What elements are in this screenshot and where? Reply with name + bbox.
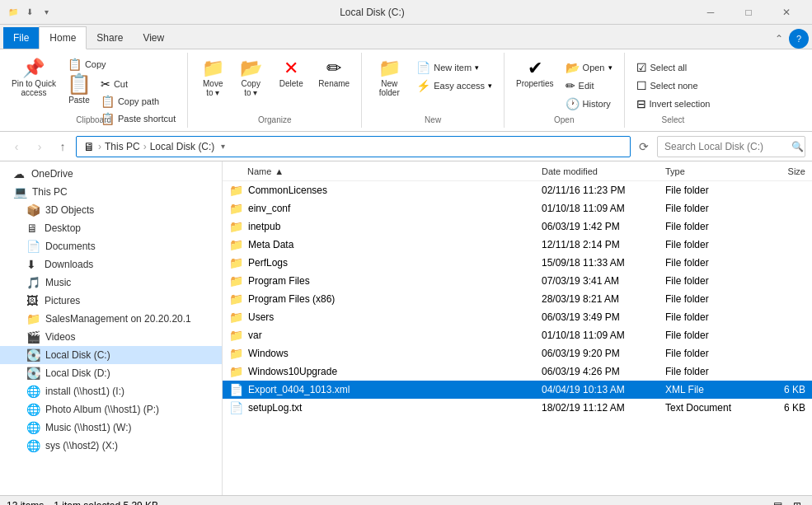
sidebar-item-9[interactable]: 🎬Videos — [0, 328, 222, 346]
maximize-button[interactable]: □ — [730, 0, 767, 25]
quick-access-icon: ⬇ — [23, 6, 36, 19]
sidebar: ☁OneDrive💻This PC📦3D Objects🖥Desktop📄Doc… — [0, 161, 223, 495]
back-button[interactable]: ‹ — [7, 137, 26, 157]
copy-path-icon: 📋 — [101, 95, 115, 108]
select-all-button[interactable]: ☑ Select all — [631, 59, 716, 76]
minimize-button[interactable]: ─ — [692, 0, 730, 25]
sidebar-item-label-7: Pictures — [45, 295, 80, 306]
copy-label: Copy — [85, 59, 106, 69]
file-name-7: Users — [248, 311, 542, 323]
paste-button[interactable]: 📋 Paste — [63, 74, 96, 105]
refresh-button[interactable]: ⟳ — [634, 137, 654, 157]
select-none-icon: ☐ — [636, 79, 647, 92]
file-row-6[interactable]: 📁 Program Files (x86) 28/03/19 8:21 AM F… — [223, 290, 812, 308]
history-button[interactable]: 🕐 History — [561, 96, 617, 112]
file-row-4[interactable]: 📁 PerfLogs 15/09/18 11:33 AM File folder — [223, 254, 812, 272]
new-item-button[interactable]: 📄 New item ▾ — [411, 59, 497, 76]
sidebar-item-label-2: 3D Objects — [45, 204, 94, 216]
copy-path-label: Copy path — [118, 96, 159, 106]
delete-button[interactable]: ✕ Delete — [270, 56, 312, 91]
file-row-2[interactable]: 📁 inetpub 06/03/19 1:42 PM File folder — [223, 217, 812, 236]
column-type[interactable]: Type — [665, 166, 756, 176]
dropdown-icon[interactable]: ▾ — [40, 6, 53, 19]
ribbon-collapse-button[interactable]: ⌃ — [769, 29, 789, 49]
copy-button[interactable]: 📋 Copy — [63, 56, 181, 72]
invert-selection-icon: ⊟ — [636, 97, 646, 110]
invert-selection-button[interactable]: ⊟ Invert selection — [631, 96, 716, 112]
sidebar-item-10[interactable]: 💽Local Disk (C:) — [0, 346, 222, 364]
sidebar-item-8[interactable]: 📁SalesManagement on 20.20.20.1 — [0, 310, 222, 328]
sidebar-item-13[interactable]: 🌐Photo Album (\\host1) (P:) — [0, 400, 222, 418]
large-icons-view-button[interactable]: ⊞ — [789, 498, 805, 506]
copy-to-top[interactable]: 📂 Copyto ▾ — [232, 56, 269, 101]
cut-button[interactable]: ✂ Cut — [96, 76, 181, 92]
column-date[interactable]: Date modified — [542, 166, 665, 176]
pin-to-quick-access-button[interactable]: 📌 Pin to Quickaccess — [7, 56, 61, 101]
tab-view[interactable]: View — [133, 27, 174, 49]
file-row-10[interactable]: 📁 Windows10Upgrade 06/03/19 4:26 PM File… — [223, 362, 812, 381]
tab-home[interactable]: Home — [39, 26, 87, 49]
move-to-top[interactable]: 📁 Moveto ▾ — [195, 56, 231, 101]
new-item-icon: 📄 — [416, 61, 430, 74]
file-row-8[interactable]: 📁 var 01/10/18 11:09 AM File folder — [223, 326, 812, 344]
rename-button[interactable]: ✏ Rename — [313, 56, 354, 91]
file-area: Name ▲ Date modified Type Size 📁 CommonL… — [223, 161, 812, 495]
sidebar-item-4[interactable]: 📄Documents — [0, 237, 222, 255]
search-input[interactable] — [664, 141, 788, 152]
column-size[interactable]: Size — [756, 166, 805, 176]
select-none-button[interactable]: ☐ Select none — [631, 77, 716, 94]
address-dropdown-icon[interactable]: ▾ — [221, 142, 225, 151]
sidebar-item-11[interactable]: 💽Local Disk (D:) — [0, 364, 222, 382]
sidebar-item-14[interactable]: 🌐Music (\\host1) (W:) — [0, 418, 222, 437]
file-row-5[interactable]: 📁 Program Files 07/03/19 3:41 AM File fo… — [223, 272, 812, 290]
file-row-12[interactable]: 📄 setupLog.txt 18/02/19 11:12 AM Text Do… — [223, 399, 812, 417]
edit-button[interactable]: ✏ Edit — [561, 77, 617, 94]
breadcrumb-this-pc[interactable]: This PC — [105, 141, 140, 152]
copy-path-button[interactable]: 📋 Copy path — [96, 93, 181, 110]
sidebar-item-15[interactable]: 🌐sys (\\host2) (X:) — [0, 437, 222, 455]
organize-group-content: 📁 Moveto ▾ 📂 Copyto ▾ ✕ Delete ✏ Rename — [195, 56, 354, 112]
help-button[interactable]: ? — [789, 29, 809, 49]
sidebar-item-label-8: SalesManagement on 20.20.20.1 — [45, 313, 191, 325]
file-row-0[interactable]: 📁 CommonLicenses 02/11/16 11:23 PM File … — [223, 181, 812, 199]
file-row-11[interactable]: 📄 Export_0404_1013.xml 04/04/19 10:13 AM… — [223, 381, 812, 399]
file-type-2: File folder — [665, 221, 756, 232]
close-button[interactable]: ✕ — [767, 0, 805, 25]
file-row-7[interactable]: 📁 Users 06/03/19 3:49 PM File folder — [223, 308, 812, 326]
file-row-1[interactable]: 📁 einv_conf 01/10/18 11:09 AM File folde… — [223, 199, 812, 217]
file-row-9[interactable]: 📁 Windows 06/03/19 9:20 PM File folder — [223, 344, 812, 362]
breadcrumb-local-disk[interactable]: Local Disk (C:) — [150, 141, 215, 152]
details-view-button[interactable]: ▤ — [769, 498, 786, 506]
sidebar-item-1[interactable]: 💻This PC — [0, 183, 222, 201]
sidebar-item-2[interactable]: 📦3D Objects — [0, 201, 222, 219]
sidebar-item-label-3: Desktop — [45, 222, 81, 234]
sidebar-item-12[interactable]: 🌐install (\\host1) (I:) — [0, 382, 222, 400]
file-date-0: 02/11/16 11:23 PM — [542, 185, 665, 196]
file-type-7: File folder — [665, 311, 756, 323]
tab-share[interactable]: Share — [87, 27, 133, 49]
sidebar-item-7[interactable]: 🖼Pictures — [0, 292, 222, 310]
file-list: 📁 CommonLicenses 02/11/16 11:23 PM File … — [223, 181, 812, 495]
sidebar-item-5[interactable]: ⬇Downloads — [0, 255, 222, 274]
search-box[interactable]: 🔍 — [657, 136, 805, 157]
properties-button[interactable]: ✔ Properties — [511, 56, 559, 91]
properties-label: Properties — [516, 79, 554, 88]
tab-file[interactable]: File — [3, 27, 39, 49]
open-button[interactable]: 📂 Open ▾ — [561, 59, 617, 76]
column-name[interactable]: Name ▲ — [247, 166, 542, 176]
sidebar-item-6[interactable]: 🎵Music — [0, 274, 222, 292]
sidebar-item-3[interactable]: 🖥Desktop — [0, 219, 222, 237]
sidebar-item-0[interactable]: ☁OneDrive — [0, 165, 222, 183]
file-row-3[interactable]: 📁 Meta Data 12/11/18 2:14 PM File folder — [223, 236, 812, 254]
easy-access-button[interactable]: ⚡ Easy access ▾ — [411, 77, 497, 94]
properties-icon: ✔ — [528, 59, 542, 77]
forward-button[interactable]: › — [30, 137, 49, 157]
history-icon: 🕐 — [566, 97, 580, 110]
up-button[interactable]: ↑ — [53, 137, 73, 157]
file-name-5: Program Files — [248, 275, 542, 287]
sidebar-item-icon-14: 🌐 — [26, 421, 40, 434]
window-controls: ─ □ ✕ — [692, 0, 805, 25]
new-folder-button[interactable]: 📁 Newfolder — [368, 56, 410, 101]
search-icon: 🔍 — [791, 141, 804, 152]
address-path[interactable]: 🖥 › This PC › Local Disk (C:) ▾ — [76, 136, 631, 157]
